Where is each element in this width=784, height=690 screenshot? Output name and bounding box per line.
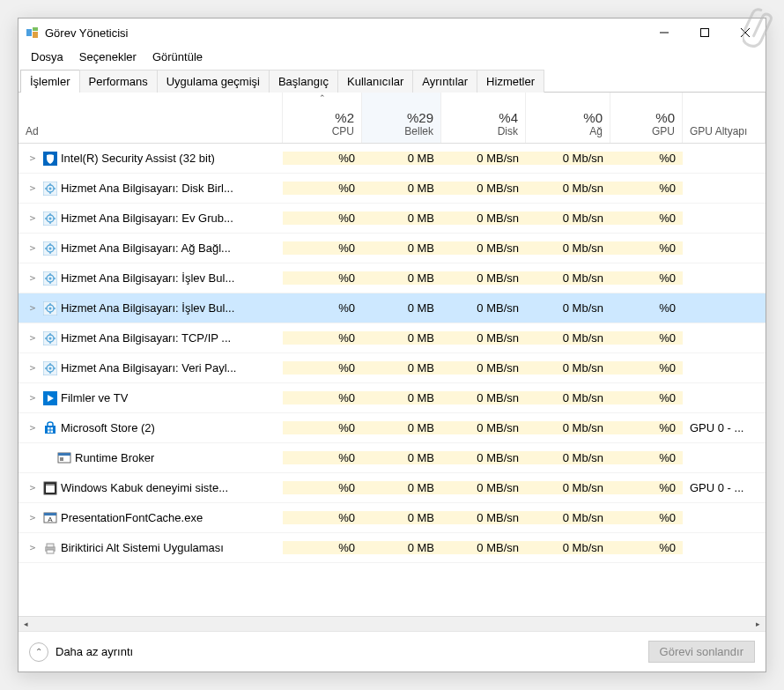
process-rows[interactable]: >Intel(R) Security Assist (32 bit)%00 MB…: [18, 144, 766, 616]
process-name-cell: >Hizmet Ana Bilgisayarı: TCP/IP ...: [18, 331, 283, 345]
col-header-disk[interactable]: %4 Disk: [441, 93, 526, 143]
expand-chevron-icon[interactable]: >: [26, 212, 40, 224]
process-row[interactable]: >Hizmet Ana Bilgisayarı: TCP/IP ...%00 M…: [18, 323, 766, 353]
horizontal-scrollbar[interactable]: ◂ ▸: [18, 616, 766, 631]
process-row[interactable]: >Hizmet Ana Bilgisayarı: Ağ Bağl...%00 M…: [18, 234, 766, 263]
network-cell: 0 Mb/sn: [526, 271, 610, 285]
tabstrip: İşlemler Performans Uygulama geçmişi Baş…: [18, 69, 766, 93]
process-row[interactable]: >Hizmet Ana Bilgisayarı: Ev Grub...%00 M…: [18, 204, 766, 234]
tab-details[interactable]: Ayrıntılar: [412, 70, 477, 93]
process-row[interactable]: >Microsoft Store (2)%00 MB0 MB/sn0 Mb/sn…: [18, 413, 766, 443]
process-icon: [43, 481, 57, 495]
process-name-cell: >Hizmet Ana Bilgisayarı: Veri Payl...: [18, 361, 283, 375]
expand-chevron-icon[interactable]: >: [26, 182, 40, 194]
process-row[interactable]: >Hizmet Ana Bilgisayarı: İşlev Bul...%00…: [18, 293, 766, 323]
disk-cell: 0 MB/sn: [441, 211, 526, 225]
process-row[interactable]: >Hizmet Ana Bilgisayarı: Veri Payl...%00…: [18, 353, 766, 383]
titlebar[interactable]: Görev Yöneticisi: [18, 19, 766, 47]
col-mem-value: %29: [369, 110, 433, 125]
col-gpu-label: GPU: [618, 125, 675, 137]
window-title: Görev Yöneticisi: [45, 26, 128, 40]
memory-cell: 0 MB: [362, 451, 441, 464]
menu-file[interactable]: Dosya: [24, 48, 70, 65]
expand-chevron-icon[interactable]: >: [26, 242, 40, 254]
svg-point-46: [49, 337, 52, 339]
expand-chevron-icon[interactable]: >: [26, 542, 40, 553]
process-row[interactable]: >Runtime Broker%00 MB0 MB/sn0 Mb/sn%0: [18, 443, 766, 473]
menu-view[interactable]: Görüntüle: [145, 48, 210, 65]
process-icon: [43, 182, 57, 196]
expand-chevron-icon[interactable]: >: [26, 272, 40, 284]
col-net-label: Ağ: [533, 125, 603, 137]
cpu-cell: %0: [283, 182, 362, 195]
process-row[interactable]: >Intel(R) Security Assist (32 bit)%00 MB…: [18, 144, 766, 174]
disk-cell: 0 MB/sn: [441, 391, 526, 404]
tab-app-history[interactable]: Uygulama geçmişi: [157, 70, 270, 93]
tab-processes[interactable]: İşlemler: [20, 70, 80, 93]
col-header-network[interactable]: %0 Ağ: [526, 93, 610, 143]
fewer-details-button[interactable]: ⌃: [29, 642, 48, 662]
expand-chevron-icon[interactable]: >: [26, 332, 40, 344]
tab-services[interactable]: Hizmetler: [477, 70, 544, 93]
col-cpu-label: CPU: [290, 125, 354, 137]
process-name-cell: >Runtime Broker: [18, 451, 283, 465]
disk-cell: 0 MB/sn: [441, 301, 526, 315]
gpu-engine-cell: GPU 0 - ...: [683, 421, 766, 434]
process-table: Ad ⌃ %2 CPU %29 Bellek %4 Disk %0 Ağ %0 …: [18, 93, 766, 631]
process-name: PresentationFontCache.exe: [61, 511, 203, 524]
table-headers: Ad ⌃ %2 CPU %29 Bellek %4 Disk %0 Ağ %0 …: [18, 93, 766, 144]
process-row[interactable]: >Biriktirici Alt Sistemi Uygulaması%00 M…: [18, 533, 766, 563]
gpu-cell: %0: [610, 421, 683, 434]
expand-chevron-icon[interactable]: >: [26, 482, 40, 493]
app-icon: [26, 26, 40, 40]
process-name: Windows Kabuk deneyimi siste...: [61, 481, 228, 494]
col-header-name[interactable]: Ad: [18, 93, 283, 143]
gpu-cell: %0: [610, 271, 683, 285]
process-name-cell: >Biriktirici Alt Sistemi Uygulaması: [18, 541, 283, 555]
gpu-cell: %0: [610, 361, 683, 375]
close-button[interactable]: [725, 19, 766, 47]
process-row[interactable]: >Windows Kabuk deneyimi siste...%00 MB0 …: [18, 473, 766, 503]
process-icon: [57, 451, 71, 465]
svg-point-18: [49, 217, 52, 219]
process-name-cell: >Windows Kabuk deneyimi siste...: [18, 481, 283, 495]
process-row[interactable]: >APresentationFontCache.exe%00 MB0 MB/sn…: [18, 503, 766, 533]
col-disk-value: %4: [448, 110, 518, 125]
scroll-right-button[interactable]: ▸: [751, 617, 766, 632]
menu-options[interactable]: Seçenekler: [72, 48, 144, 65]
process-name-cell: >Microsoft Store (2): [18, 421, 283, 435]
expand-chevron-icon[interactable]: >: [26, 422, 40, 434]
expand-chevron-icon[interactable]: >: [26, 302, 40, 314]
expand-chevron-icon[interactable]: >: [26, 152, 40, 164]
process-row[interactable]: >Filmler ve TV%00 MB0 MB/sn0 Mb/sn%0: [18, 383, 766, 413]
end-task-button[interactable]: Görevi sonlandır: [648, 641, 755, 663]
col-header-cpu[interactable]: ⌃ %2 CPU: [283, 93, 362, 143]
expand-chevron-icon[interactable]: >: [26, 512, 40, 523]
memory-cell: 0 MB: [362, 182, 441, 195]
tab-startup[interactable]: Başlangıç: [269, 70, 338, 93]
col-header-gpu-engine[interactable]: GPU Altyapı: [683, 93, 766, 143]
col-name-label: Ad: [26, 125, 275, 137]
maximize-button[interactable]: [684, 19, 725, 47]
minimize-button[interactable]: [644, 19, 684, 47]
expand-chevron-icon[interactable]: >: [26, 392, 40, 404]
cpu-cell: %0: [283, 421, 362, 434]
network-cell: 0 Mb/sn: [526, 481, 610, 494]
fewer-details-label[interactable]: Daha az ayrıntı: [55, 645, 133, 658]
tab-users[interactable]: Kullanıcılar: [337, 70, 413, 93]
task-manager-window: Görev Yöneticisi Dosya Seçenekler Görünt…: [18, 18, 766, 672]
disk-cell: 0 MB/sn: [441, 271, 526, 285]
process-name: Filmler ve TV: [61, 391, 128, 404]
col-gpu-value: %0: [618, 110, 675, 125]
tab-performance[interactable]: Performans: [79, 70, 158, 93]
svg-rect-4: [701, 29, 709, 37]
expand-chevron-icon[interactable]: >: [26, 362, 40, 374]
process-row[interactable]: >Hizmet Ana Bilgisayarı: Disk Birl...%00…: [18, 174, 766, 204]
memory-cell: 0 MB: [362, 421, 441, 434]
scroll-left-button[interactable]: ◂: [18, 617, 33, 632]
col-header-memory[interactable]: %29 Bellek: [362, 93, 441, 143]
network-cell: 0 Mb/sn: [526, 331, 610, 345]
process-row[interactable]: >Hizmet Ana Bilgisayarı: İşlev Bul...%00…: [18, 263, 766, 293]
cpu-cell: %0: [283, 152, 362, 165]
col-header-gpu[interactable]: %0 GPU: [610, 93, 683, 143]
